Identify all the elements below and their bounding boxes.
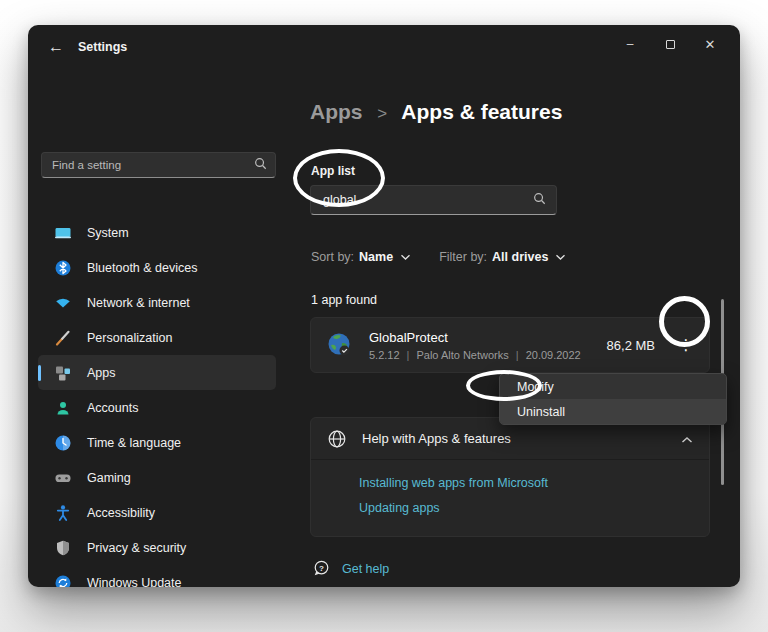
clock-icon: [54, 434, 72, 452]
gamepad-icon: [54, 469, 72, 487]
find-setting-searchbox[interactable]: [41, 152, 276, 178]
sidebar-item-label: Bluetooth & devices: [87, 261, 198, 275]
main-content: Apps > Apps & features App list Sort by:…: [310, 67, 740, 587]
help-links: Installing web apps from Microsoft Updat…: [311, 460, 709, 515]
filter-by-label: Filter by:: [439, 250, 487, 264]
maximize-icon: [666, 40, 675, 49]
sidebar-item-label: Time & language: [87, 436, 181, 450]
accessibility-person-icon: [54, 504, 72, 522]
sidebar-item-label: Gaming: [87, 471, 131, 485]
app-search-input[interactable]: [323, 193, 533, 207]
app-size: 86,2 MB: [607, 338, 655, 353]
shield-icon: [54, 539, 72, 557]
kebab-menu-icon: ⋮: [679, 336, 694, 354]
sidebar-item-accounts[interactable]: Accounts: [38, 390, 276, 425]
app-row-globalprotect[interactable]: GlobalProtect 5.2.12|Palo Alto Networks|…: [310, 317, 710, 373]
sidebar-nav: System Bluetooth & devices Network & int…: [38, 215, 276, 587]
titlebar: ← Settings – ✕: [28, 25, 740, 67]
breadcrumb-separator: >: [377, 104, 387, 123]
find-setting-input[interactable]: [52, 159, 254, 171]
app-info: GlobalProtect 5.2.12|Palo Alto Networks|…: [369, 330, 607, 361]
window-controls: – ✕: [610, 29, 730, 59]
network-wifi-icon: [54, 294, 72, 312]
breadcrumb-apps[interactable]: Apps: [310, 100, 363, 123]
app-date: 20.09.2022: [526, 349, 581, 361]
sidebar-item-system[interactable]: System: [38, 215, 276, 250]
minimize-icon: –: [627, 37, 634, 51]
filter-by-value: All drives: [492, 250, 548, 264]
sidebar-item-bluetooth[interactable]: Bluetooth & devices: [38, 250, 276, 285]
system-icon: [54, 224, 72, 242]
apps-icon: [54, 364, 72, 382]
sort-by-dropdown[interactable]: Sort by:Name: [311, 250, 393, 264]
sidebar-item-apps[interactable]: Apps: [38, 355, 276, 390]
sidebar-item-privacy[interactable]: Privacy & security: [38, 530, 276, 565]
close-button[interactable]: ✕: [690, 29, 730, 59]
close-icon: ✕: [705, 37, 716, 52]
sidebar-item-time-language[interactable]: Time & language: [38, 425, 276, 460]
bluetooth-icon: [54, 259, 72, 277]
sidebar-item-label: Apps: [87, 366, 116, 380]
sidebar: System Bluetooth & devices Network & int…: [28, 67, 284, 587]
get-help-link[interactable]: ? Get help: [312, 559, 389, 579]
sidebar-item-gaming[interactable]: Gaming: [38, 460, 276, 495]
sort-filter-row: Sort by:Name Filter by:All drives: [311, 250, 566, 264]
help-card: Help with Apps & features Installing web…: [310, 417, 710, 537]
back-button[interactable]: ←: [42, 36, 70, 58]
app-publisher: Palo Alto Networks: [416, 349, 508, 361]
result-count: 1 app found: [311, 293, 377, 307]
help-title: Help with Apps & features: [362, 431, 681, 446]
sidebar-item-label: Privacy & security: [87, 541, 186, 555]
app-name: GlobalProtect: [369, 330, 607, 345]
menu-item-modify[interactable]: Modify: [500, 374, 726, 399]
help-link-updating-apps[interactable]: Updating apps: [359, 501, 440, 515]
sidebar-item-label: System: [87, 226, 129, 240]
sort-by-value: Name: [359, 250, 393, 264]
app-context-menu: Modify Uninstall: [499, 373, 727, 425]
search-icon: [533, 191, 546, 209]
app-list-searchbox[interactable]: [310, 185, 557, 215]
window-title: Settings: [78, 40, 127, 54]
sidebar-item-label: Network & internet: [87, 296, 190, 310]
sort-by-label: Sort by:: [311, 250, 354, 264]
chevron-down-icon[interactable]: [400, 253, 411, 261]
sidebar-item-personalization[interactable]: Personalization: [38, 320, 276, 355]
breadcrumb: Apps > Apps & features: [310, 100, 562, 124]
web-globe-icon: [327, 429, 347, 449]
sidebar-item-network[interactable]: Network & internet: [38, 285, 276, 320]
personalization-brush-icon: [54, 329, 72, 347]
app-details: 5.2.12|Palo Alto Networks|20.09.2022: [369, 349, 607, 361]
get-help-icon: ?: [312, 559, 332, 579]
sidebar-item-label: Accessibility: [87, 506, 155, 520]
sidebar-item-windows-update[interactable]: Windows Update: [38, 565, 276, 587]
accounts-person-icon: [54, 399, 72, 417]
sidebar-item-label: Personalization: [87, 331, 172, 345]
page-title: Apps & features: [401, 100, 562, 123]
back-arrow-icon: ←: [48, 38, 64, 56]
settings-window: ← Settings – ✕ System: [28, 25, 740, 587]
app-version: 5.2.12: [369, 349, 400, 361]
more-options-button[interactable]: ⋮: [673, 330, 699, 360]
sidebar-item-label: Accounts: [87, 401, 138, 415]
search-icon: [254, 156, 267, 174]
windows-update-icon: [54, 574, 72, 588]
menu-item-uninstall[interactable]: Uninstall: [500, 399, 726, 424]
chevron-up-icon[interactable]: [681, 430, 693, 448]
globalprotect-app-icon: [325, 331, 353, 359]
filter-by-dropdown[interactable]: Filter by:All drives: [439, 250, 548, 264]
help-link-installing-web-apps[interactable]: Installing web apps from Microsoft: [359, 476, 548, 490]
maximize-button[interactable]: [650, 29, 690, 59]
svg-text:?: ?: [319, 564, 324, 573]
chevron-down-icon[interactable]: [555, 253, 566, 261]
sidebar-item-label: Windows Update: [87, 576, 182, 588]
sidebar-item-accessibility[interactable]: Accessibility: [38, 495, 276, 530]
app-list-label: App list: [311, 164, 355, 178]
minimize-button[interactable]: –: [610, 29, 650, 59]
